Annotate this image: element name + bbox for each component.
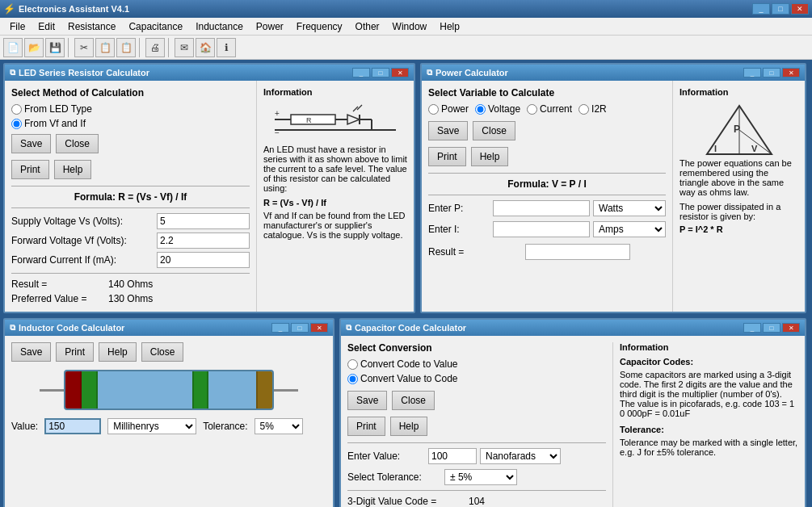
menu-edit[interactable]: Edit xyxy=(32,19,61,34)
inductor-help-button[interactable]: Help xyxy=(99,342,137,362)
led-close-button[interactable]: Close xyxy=(56,134,99,153)
menu-window[interactable]: Window xyxy=(386,19,434,34)
print-toolbar-button[interactable]: 🖨 xyxy=(145,38,165,57)
capacitor-radio-group: Convert Code to Value Convert Value to C… xyxy=(347,358,606,384)
new-button[interactable]: 📄 xyxy=(3,38,23,57)
capacitor-minimize[interactable]: _ xyxy=(743,323,761,333)
inductor-close[interactable]: ✕ xyxy=(310,323,328,333)
inductor-panel-title: ⧉ Inductor Code Calculator _ □ ✕ xyxy=(5,320,333,336)
capacitor-conversion-label: Select Conversion xyxy=(347,342,606,354)
cap-help-button[interactable]: Help xyxy=(390,417,428,436)
power-restore[interactable]: □ xyxy=(763,68,780,78)
cap-info-heading: Capacitor Codes: xyxy=(620,357,798,367)
power-help-button[interactable]: Help xyxy=(471,147,509,166)
close-button[interactable]: ✕ xyxy=(791,3,809,15)
led-radio-type[interactable] xyxy=(11,104,22,115)
power-close[interactable]: ✕ xyxy=(782,68,800,78)
inductor-close-button[interactable]: Close xyxy=(141,342,184,362)
cap-tolerance-select[interactable]: ± 5% ± 10% ± 20% xyxy=(444,469,517,485)
minimize-button[interactable]: _ xyxy=(752,3,770,15)
info-button[interactable]: ℹ xyxy=(217,38,236,57)
cap-tolerance-row: Select Tolerance: ± 5% ± 10% ± 20% xyxy=(347,469,606,485)
power-p-input[interactable] xyxy=(493,200,590,216)
inductor-print-button[interactable]: Print xyxy=(56,342,94,362)
led-close[interactable]: ✕ xyxy=(391,68,409,78)
capacitor-title-icon: ⧉ xyxy=(346,323,351,333)
inductor-tolerance-label: Tolerance: xyxy=(203,421,247,432)
power-minimize[interactable]: _ xyxy=(743,68,761,78)
power-p-unit[interactable]: Watts xyxy=(593,200,666,216)
power-radio-group: Power Voltage Current I2R xyxy=(428,103,666,115)
cap-close-button[interactable]: Close xyxy=(392,391,435,410)
capacitor-restore[interactable]: □ xyxy=(763,323,780,333)
cap-tolerance-text: Tolerance may be marked with a single le… xyxy=(620,438,798,457)
menu-inductance[interactable]: Inductance xyxy=(189,19,250,34)
save-toolbar-button[interactable]: 💾 xyxy=(45,38,65,57)
power-i-input[interactable] xyxy=(493,221,590,237)
title-controls: _ □ ✕ xyxy=(752,3,809,15)
paste-button[interactable]: 📋 xyxy=(116,38,136,57)
menu-other[interactable]: Other xyxy=(349,19,386,34)
inductor-minimize[interactable]: _ xyxy=(271,323,289,333)
power-save-button[interactable]: Save xyxy=(428,121,468,140)
svg-text:+: + xyxy=(275,109,280,118)
power-print-button[interactable]: Print xyxy=(428,147,466,166)
led-info-panel: Information + − R xyxy=(256,81,414,312)
menu-capacitance[interactable]: Capacitance xyxy=(122,19,189,34)
maximize-button[interactable]: □ xyxy=(772,3,789,15)
led-restore[interactable]: □ xyxy=(372,68,389,78)
inductor-button-row: Save Print Help Close xyxy=(11,342,326,362)
power-title-text: Power Calculator xyxy=(435,68,508,78)
open-button[interactable]: 📂 xyxy=(24,38,44,57)
cap-save-button[interactable]: Save xyxy=(347,391,387,410)
led-if-input[interactable] xyxy=(157,252,250,268)
cap-unit-select[interactable]: Nanofarads Picofarads Microfarads xyxy=(480,448,561,464)
power-result-input[interactable] xyxy=(525,244,630,260)
email-button[interactable]: ✉ xyxy=(175,38,194,57)
inductor-value-input[interactable] xyxy=(44,418,101,434)
power-formula: Formula: V = P / I xyxy=(428,178,666,190)
cap-radio-code[interactable] xyxy=(347,359,358,370)
led-vs-input[interactable] xyxy=(157,213,250,229)
band-spacer xyxy=(98,371,192,409)
inductor-restore[interactable]: □ xyxy=(291,323,309,333)
power-close-button[interactable]: Close xyxy=(473,121,515,140)
inductor-tolerance-select[interactable]: 5% 10% 20% xyxy=(255,418,303,434)
inductor-unit-select[interactable]: Millihenrys Microhenrys Nanohenrys xyxy=(107,418,196,434)
copy-button[interactable]: 📋 xyxy=(95,38,115,57)
power-radio-power[interactable] xyxy=(428,104,439,115)
power-radio-i2r[interactable] xyxy=(578,104,589,115)
led-vf-input[interactable] xyxy=(157,233,250,249)
cap-radio-value[interactable] xyxy=(347,374,358,384)
led-sep2 xyxy=(11,207,250,208)
cap-sep1 xyxy=(347,442,606,443)
svg-text:−: − xyxy=(275,128,280,137)
cap-tolerance-heading: Tolerance: xyxy=(620,425,798,434)
cap-print-button[interactable]: Print xyxy=(347,417,385,436)
capacitor-title-text: Capacitor Code Calculator xyxy=(355,323,466,333)
power-panel: ⧉ Power Calculator _ □ ✕ Select Variable… xyxy=(420,63,806,313)
power-radio-voltage-label: Voltage xyxy=(488,103,520,115)
menu-resistance[interactable]: Resistance xyxy=(61,19,122,34)
power-i-unit[interactable]: Amps xyxy=(593,221,666,237)
led-print-button[interactable]: Print xyxy=(11,160,49,179)
led-radio-vf[interactable] xyxy=(11,119,22,129)
inductor-body xyxy=(11,370,326,410)
power-radio-voltage[interactable] xyxy=(475,104,486,115)
led-minimize[interactable]: _ xyxy=(352,68,370,78)
home-button[interactable]: 🏠 xyxy=(196,38,215,57)
led-help-button[interactable]: Help xyxy=(54,160,92,179)
cap-radio-code-label: Convert Code to Value xyxy=(360,358,458,370)
power-radio-current[interactable] xyxy=(527,104,537,115)
menu-help[interactable]: Help xyxy=(433,19,466,34)
capacitor-close-title[interactable]: ✕ xyxy=(782,323,800,333)
inductor-title-text: Inductor Code Calculator xyxy=(19,323,124,333)
title-bar: ⚡ Electronics Assistant V4.1 _ □ ✕ xyxy=(0,0,812,18)
menu-power[interactable]: Power xyxy=(250,19,290,34)
cap-value-input[interactable] xyxy=(428,448,477,464)
inductor-save-button[interactable]: Save xyxy=(11,342,51,362)
menu-frequency[interactable]: Frequency xyxy=(290,19,349,34)
menu-file[interactable]: File xyxy=(3,19,32,34)
cut-button[interactable]: ✂ xyxy=(74,38,94,57)
led-save-button[interactable]: Save xyxy=(11,134,51,153)
